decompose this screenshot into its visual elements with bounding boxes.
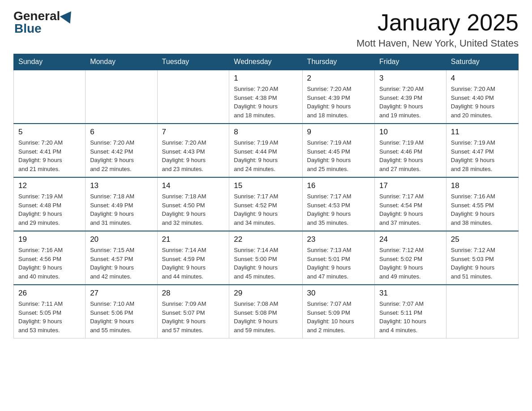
day-number: 3 (379, 74, 442, 83)
day-info: Sunrise: 7:14 AM Sunset: 5:00 PM Dayligh… (234, 246, 297, 281)
day-number: 5 (18, 128, 81, 137)
day-number: 17 (379, 181, 442, 190)
calendar-cell: 7Sunrise: 7:20 AM Sunset: 4:43 PM Daylig… (157, 124, 229, 177)
calendar-cell: 2Sunrise: 7:20 AM Sunset: 4:39 PM Daylig… (302, 70, 374, 124)
calendar-cell (86, 70, 157, 124)
calendar-cell: 26Sunrise: 7:11 AM Sunset: 5:05 PM Dayli… (14, 285, 86, 338)
day-info: Sunrise: 7:19 AM Sunset: 4:44 PM Dayligh… (234, 138, 297, 173)
calendar-week-row-4: 19Sunrise: 7:16 AM Sunset: 4:56 PM Dayli… (14, 231, 519, 285)
day-number: 19 (18, 235, 81, 244)
calendar-cell (14, 70, 86, 124)
calendar-week-row-3: 12Sunrise: 7:19 AM Sunset: 4:48 PM Dayli… (14, 177, 519, 231)
calendar-cell: 6Sunrise: 7:20 AM Sunset: 4:42 PM Daylig… (86, 124, 157, 177)
calendar-cell: 21Sunrise: 7:14 AM Sunset: 4:59 PM Dayli… (157, 231, 229, 285)
location-title: Mott Haven, New York, United States (356, 38, 519, 49)
day-number: 2 (307, 74, 370, 83)
calendar-table: SundayMondayTuesdayWednesdayThursdayFrid… (13, 54, 519, 338)
day-info: Sunrise: 7:09 AM Sunset: 5:07 PM Dayligh… (162, 300, 225, 334)
calendar-cell: 16Sunrise: 7:17 AM Sunset: 4:53 PM Dayli… (302, 177, 374, 231)
day-info: Sunrise: 7:18 AM Sunset: 4:49 PM Dayligh… (90, 192, 152, 227)
calendar-cell: 5Sunrise: 7:20 AM Sunset: 4:41 PM Daylig… (14, 124, 86, 177)
calendar-cell: 9Sunrise: 7:19 AM Sunset: 4:45 PM Daylig… (302, 124, 374, 177)
day-number: 7 (162, 128, 225, 137)
calendar-cell: 13Sunrise: 7:18 AM Sunset: 4:49 PM Dayli… (86, 177, 157, 231)
calendar-cell: 30Sunrise: 7:07 AM Sunset: 5:09 PM Dayli… (302, 285, 374, 338)
day-info: Sunrise: 7:20 AM Sunset: 4:42 PM Dayligh… (90, 138, 152, 173)
day-info: Sunrise: 7:16 AM Sunset: 4:56 PM Dayligh… (18, 246, 81, 281)
calendar-cell: 27Sunrise: 7:10 AM Sunset: 5:06 PM Dayli… (86, 285, 157, 338)
day-number: 22 (234, 235, 297, 244)
calendar-cell: 8Sunrise: 7:19 AM Sunset: 4:44 PM Daylig… (229, 124, 302, 177)
day-number: 16 (307, 181, 370, 190)
calendar-cell: 22Sunrise: 7:14 AM Sunset: 5:00 PM Dayli… (229, 231, 302, 285)
day-info: Sunrise: 7:12 AM Sunset: 5:02 PM Dayligh… (379, 246, 442, 281)
day-info: Sunrise: 7:12 AM Sunset: 5:03 PM Dayligh… (451, 246, 514, 281)
day-number: 4 (451, 74, 514, 83)
calendar-cell: 3Sunrise: 7:20 AM Sunset: 4:39 PM Daylig… (375, 70, 446, 124)
calendar-cell: 15Sunrise: 7:17 AM Sunset: 4:52 PM Dayli… (229, 177, 302, 231)
calendar-cell: 28Sunrise: 7:09 AM Sunset: 5:07 PM Dayli… (157, 285, 229, 338)
day-number: 30 (307, 289, 370, 298)
calendar-cell: 14Sunrise: 7:18 AM Sunset: 4:50 PM Dayli… (157, 177, 229, 231)
calendar-header-thursday: Thursday (302, 54, 374, 70)
day-number: 13 (90, 181, 152, 190)
day-number: 18 (451, 181, 514, 190)
calendar-cell: 1Sunrise: 7:20 AM Sunset: 4:38 PM Daylig… (229, 70, 302, 124)
day-number: 29 (234, 289, 297, 298)
calendar-header-wednesday: Wednesday (229, 54, 302, 70)
day-number: 28 (162, 289, 225, 298)
day-number: 14 (162, 181, 225, 190)
day-info: Sunrise: 7:18 AM Sunset: 4:50 PM Dayligh… (162, 192, 225, 227)
calendar-cell: 19Sunrise: 7:16 AM Sunset: 4:56 PM Dayli… (14, 231, 86, 285)
calendar-header-saturday: Saturday (446, 54, 518, 70)
calendar-cell: 4Sunrise: 7:20 AM Sunset: 4:40 PM Daylig… (446, 70, 518, 124)
day-number: 8 (234, 128, 297, 137)
day-info: Sunrise: 7:19 AM Sunset: 4:47 PM Dayligh… (451, 138, 514, 173)
day-info: Sunrise: 7:14 AM Sunset: 4:59 PM Dayligh… (162, 246, 225, 281)
calendar-cell: 11Sunrise: 7:19 AM Sunset: 4:47 PM Dayli… (446, 124, 518, 177)
calendar-cell: 31Sunrise: 7:07 AM Sunset: 5:11 PM Dayli… (375, 285, 446, 338)
day-info: Sunrise: 7:17 AM Sunset: 4:53 PM Dayligh… (307, 192, 370, 227)
day-number: 20 (90, 235, 152, 244)
day-number: 6 (90, 128, 152, 137)
day-number: 31 (379, 289, 442, 298)
day-number: 12 (18, 181, 81, 190)
day-info: Sunrise: 7:17 AM Sunset: 4:54 PM Dayligh… (379, 192, 442, 227)
day-info: Sunrise: 7:19 AM Sunset: 4:46 PM Dayligh… (379, 138, 442, 173)
calendar-cell: 18Sunrise: 7:16 AM Sunset: 4:55 PM Dayli… (446, 177, 518, 231)
day-info: Sunrise: 7:20 AM Sunset: 4:39 PM Dayligh… (379, 85, 442, 120)
day-number: 23 (307, 235, 370, 244)
calendar-cell: 10Sunrise: 7:19 AM Sunset: 4:46 PM Dayli… (375, 124, 446, 177)
day-number: 11 (451, 128, 514, 137)
title-section: January 2025 Mott Haven, New York, Unite… (356, 9, 519, 49)
day-number: 25 (451, 235, 514, 244)
calendar-header-friday: Friday (375, 54, 446, 70)
day-info: Sunrise: 7:17 AM Sunset: 4:52 PM Dayligh… (234, 192, 297, 227)
calendar-cell (446, 285, 518, 338)
day-number: 24 (379, 235, 442, 244)
day-info: Sunrise: 7:20 AM Sunset: 4:40 PM Dayligh… (451, 85, 514, 120)
logo: General Blue (13, 9, 74, 36)
calendar-cell: 29Sunrise: 7:08 AM Sunset: 5:08 PM Dayli… (229, 285, 302, 338)
day-info: Sunrise: 7:19 AM Sunset: 4:48 PM Dayligh… (18, 192, 81, 227)
calendar-week-row-1: 1Sunrise: 7:20 AM Sunset: 4:38 PM Daylig… (14, 70, 519, 124)
day-info: Sunrise: 7:07 AM Sunset: 5:11 PM Dayligh… (379, 300, 442, 334)
day-info: Sunrise: 7:19 AM Sunset: 4:45 PM Dayligh… (307, 138, 370, 173)
day-info: Sunrise: 7:13 AM Sunset: 5:01 PM Dayligh… (307, 246, 370, 281)
calendar-header-monday: Monday (86, 54, 157, 70)
day-info: Sunrise: 7:08 AM Sunset: 5:08 PM Dayligh… (234, 300, 297, 334)
calendar-cell (157, 70, 229, 124)
day-info: Sunrise: 7:16 AM Sunset: 4:55 PM Dayligh… (451, 192, 514, 227)
calendar-cell: 12Sunrise: 7:19 AM Sunset: 4:48 PM Dayli… (14, 177, 86, 231)
calendar-cell: 24Sunrise: 7:12 AM Sunset: 5:02 PM Dayli… (375, 231, 446, 285)
day-info: Sunrise: 7:11 AM Sunset: 5:05 PM Dayligh… (18, 300, 81, 334)
calendar-header-sunday: Sunday (14, 54, 86, 70)
calendar-cell: 17Sunrise: 7:17 AM Sunset: 4:54 PM Dayli… (375, 177, 446, 231)
day-number: 9 (307, 128, 370, 137)
day-info: Sunrise: 7:07 AM Sunset: 5:09 PM Dayligh… (307, 300, 370, 334)
calendar-week-row-5: 26Sunrise: 7:11 AM Sunset: 5:05 PM Dayli… (14, 285, 519, 338)
calendar-header-tuesday: Tuesday (157, 54, 229, 70)
day-number: 1 (234, 74, 297, 83)
day-info: Sunrise: 7:15 AM Sunset: 4:57 PM Dayligh… (90, 246, 152, 281)
day-number: 21 (162, 235, 225, 244)
